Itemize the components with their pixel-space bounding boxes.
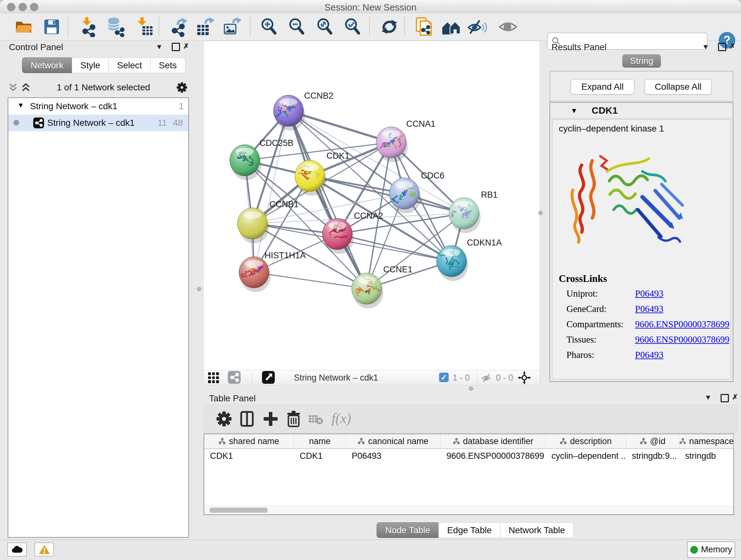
collection-expander-icon[interactable]: ▼	[17, 101, 24, 110]
panel-menu-icon[interactable]: ▼	[156, 43, 163, 51]
delete-table-icon[interactable]	[307, 410, 324, 428]
tab-network-table[interactable]: Network Table	[500, 522, 574, 538]
network-row-selected[interactable]: String Network – cdk1 11 48	[8, 115, 188, 131]
network-edge-ccnb2-ccne1[interactable]	[288, 111, 367, 289]
hide-selected-button[interactable]	[467, 17, 487, 37]
results-tab-string[interactable]: String	[622, 54, 661, 68]
crosslink-uniprot-link[interactable]: P06493	[635, 288, 730, 299]
entry-content: cyclin–dependent kinase 1	[552, 119, 731, 379]
table-gear-icon[interactable]	[215, 410, 233, 428]
apply-layout-button[interactable]	[379, 17, 400, 37]
crosslink-label: Uniprot:	[566, 288, 635, 299]
network-node-ccne1[interactable]	[352, 273, 383, 308]
tab-network[interactable]: Network	[22, 57, 72, 73]
show-columns-icon[interactable]	[238, 410, 256, 428]
crosslink-compartments-link[interactable]: 9606.ENSP00000378699	[635, 319, 730, 329]
table-cell[interactable]: P06493	[346, 449, 441, 463]
duplicate-network-button[interactable]	[414, 17, 434, 37]
network-node-ccna2[interactable]	[322, 219, 354, 254]
expand-all-icon[interactable]	[20, 82, 31, 93]
network-canvas[interactable]: CCNB2CCNA1CDC25BCDK1CDC6RB1CCNB1CCNA2CDK…	[203, 41, 540, 370]
column-header-shared-name[interactable]: shared name	[204, 434, 294, 448]
memory-button[interactable]: Memory	[687, 542, 735, 558]
collapse-all-icon[interactable]	[8, 82, 18, 93]
gear-icon[interactable]	[176, 81, 188, 94]
export-network-button[interactable]	[168, 17, 189, 37]
close-panel-icon[interactable]: ✗	[732, 393, 738, 401]
left-splitter-handle[interactable]	[197, 287, 201, 291]
network-share-icon[interactable]	[228, 371, 241, 384]
close-panel-icon[interactable]: ✗	[183, 42, 189, 51]
entry-header[interactable]: ▼ CDK1	[550, 103, 733, 118]
tab-edge-table[interactable]: Edge Table	[439, 522, 500, 538]
crosslink-pharos-link[interactable]: P06493	[635, 350, 730, 360]
tab-style[interactable]: Style	[72, 57, 109, 73]
tab-select[interactable]: Select	[109, 57, 151, 73]
network-node-hist1h1a[interactable]	[239, 257, 271, 292]
expand-all-button[interactable]: Expand All	[570, 79, 634, 95]
table-cell[interactable]: stringdb	[679, 449, 734, 463]
network-edge-hist1h1a-ccne1[interactable]	[254, 272, 367, 289]
tab-node-table[interactable]: Node Table	[377, 522, 439, 538]
selected-checkbox-icon[interactable]: ✓	[439, 373, 449, 382]
table-row[interactable]: CDK1CDK1P064939606.ENSP00000378699cyclin…	[204, 449, 733, 463]
save-session-button[interactable]	[42, 17, 62, 37]
tab-sets[interactable]: Sets	[150, 57, 185, 73]
open-session-button[interactable]	[13, 17, 34, 37]
birdseye-view-icon[interactable]	[262, 371, 275, 384]
delete-column-icon[interactable]	[284, 410, 303, 428]
cloud-status-button[interactable]	[7, 543, 27, 557]
table-hscrollbar[interactable]	[204, 506, 733, 514]
float-panel-icon[interactable]	[172, 43, 180, 51]
panel-menu-icon[interactable]: ▼	[704, 393, 712, 401]
network-node-cdc25b[interactable]	[230, 145, 261, 180]
float-panel-icon[interactable]	[721, 394, 729, 402]
column-header-canonical-name[interactable]: canonical name	[346, 434, 441, 448]
function-builder-icon[interactable]: f(x)	[332, 410, 351, 427]
panel-menu-icon[interactable]: ▼	[702, 43, 709, 51]
horizontal-splitter-handle[interactable]	[469, 386, 473, 391]
collapse-all-button[interactable]: Collapse All	[645, 79, 712, 95]
add-column-icon[interactable]	[261, 410, 280, 428]
entry-expander-icon[interactable]: ▼	[570, 107, 578, 115]
table-cell[interactable]: stringdb:9...	[626, 449, 679, 463]
table-cell[interactable]: 9606.ENSP00000378699	[441, 449, 546, 463]
network-node-cdkn1a[interactable]	[436, 246, 468, 281]
network-edge-ccna2-cdkn1a[interactable]	[337, 234, 452, 261]
zoom-fit-button[interactable]	[315, 17, 335, 37]
import-table-file-button[interactable]	[134, 17, 154, 37]
network-node-cdk1[interactable]	[295, 160, 327, 196]
column-header-database-identifier[interactable]: database identifier	[441, 434, 546, 448]
network-collection-row[interactable]: ▼ String Network – cdk1 1	[8, 98, 188, 115]
fit-selected-crosshair-icon[interactable]	[517, 371, 531, 385]
crosslink-tissues-link[interactable]: 9606.ENSP00000378699	[635, 334, 730, 345]
first-neighbors-button[interactable]	[441, 17, 461, 37]
float-panel-icon[interactable]	[718, 43, 726, 51]
zoom-selected-button[interactable]	[343, 17, 363, 37]
column-header-namespace[interactable]: namespace	[679, 434, 734, 448]
table-cell[interactable]: CDK1	[294, 449, 346, 463]
network-node-rb1[interactable]	[449, 198, 481, 233]
table-cell[interactable]: cyclin–dependent ...	[546, 449, 626, 463]
hidden-eye-icon[interactable]	[481, 371, 493, 384]
import-network-file-button[interactable]	[77, 17, 98, 37]
column-header-description[interactable]: description	[546, 434, 626, 448]
warnings-button[interactable]	[35, 543, 54, 557]
close-panel-icon[interactable]: ✗	[730, 42, 735, 51]
export-table-button[interactable]	[195, 17, 215, 37]
grid-view-icon[interactable]	[208, 372, 219, 383]
table-cell[interactable]: CDK1	[204, 449, 294, 463]
column-header-name[interactable]: name	[294, 434, 346, 448]
right-splitter-handle[interactable]	[538, 211, 543, 215]
network-node-ccna1[interactable]	[376, 127, 408, 162]
crosslink-genecard-link[interactable]: P06493	[635, 304, 730, 314]
zoom-out-button[interactable]	[287, 17, 307, 37]
import-network-database-button[interactable]	[105, 17, 126, 37]
export-image-button[interactable]	[222, 17, 242, 37]
toolbar-separator	[369, 17, 370, 37]
scrollbar-thumb[interactable]	[209, 508, 268, 513]
column-header--id[interactable]: @id	[626, 434, 679, 448]
show-all-button[interactable]	[498, 17, 518, 37]
zoom-in-button[interactable]	[259, 17, 280, 37]
network-node-ccnb2[interactable]	[273, 95, 305, 131]
